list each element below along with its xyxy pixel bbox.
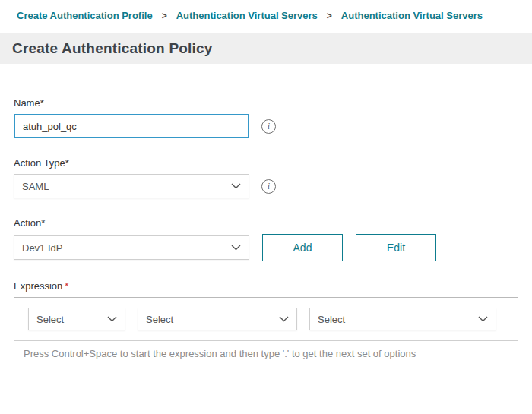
action-type-label: Action Type* xyxy=(14,157,532,169)
page-title: Create Authentication Policy xyxy=(12,40,213,57)
action-field: Action* Dev1 IdP Add Edit xyxy=(14,217,532,261)
name-field: Name* i xyxy=(14,97,532,138)
breadcrumb-separator: > xyxy=(162,11,167,21)
chevron-down-icon xyxy=(478,316,488,322)
info-icon[interactable]: i xyxy=(261,179,276,194)
chevron-down-icon xyxy=(231,183,241,189)
expression-select-row: Select Select Select xyxy=(14,298,518,340)
action-type-selected-value: SAML xyxy=(22,181,49,192)
expression-select-2-value: Select xyxy=(146,314,173,325)
breadcrumb: Create Authentication Profile > Authenti… xyxy=(0,0,532,21)
breadcrumb-link-authentication-virtual-server[interactable]: Authentication Virtual Servers xyxy=(341,10,483,21)
action-type-required-mark: * xyxy=(65,157,69,169)
action-type-select[interactable]: SAML xyxy=(14,174,249,198)
info-icon[interactable]: i xyxy=(261,119,276,134)
expression-label-text: Expression xyxy=(14,280,62,292)
action-select[interactable]: Dev1 IdP xyxy=(14,235,249,260)
create-authentication-policy-form: Name* i Action Type* SAML i Action* Dev1… xyxy=(0,64,532,400)
expression-editor: Select Select Select xyxy=(14,297,518,400)
breadcrumb-link-authentication-virtual-servers[interactable]: Authentication Virtual Servers xyxy=(176,10,318,21)
add-button[interactable]: Add xyxy=(262,234,343,261)
breadcrumb-link-create-authentication-profile[interactable]: Create Authentication Profile xyxy=(17,10,153,21)
expression-field: Expression* Select Select Select xyxy=(14,280,532,400)
action-required-mark: * xyxy=(41,217,45,229)
name-label: Name* xyxy=(14,97,532,109)
expression-select-3-value: Select xyxy=(318,314,345,325)
name-required-mark: * xyxy=(40,97,44,109)
name-label-text: Name xyxy=(14,97,40,109)
chevron-down-icon xyxy=(107,316,117,322)
expression-required-mark: * xyxy=(65,280,68,292)
expression-placeholder: Press Control+Space to start the express… xyxy=(24,348,416,359)
page-header: Create Authentication Policy xyxy=(0,33,532,64)
action-type-field: Action Type* SAML i xyxy=(14,157,532,198)
breadcrumb-separator: > xyxy=(327,11,332,21)
expression-select-1[interactable]: Select xyxy=(28,308,125,330)
action-label: Action* xyxy=(14,217,532,229)
name-input[interactable] xyxy=(14,114,249,138)
expression-select-1-value: Select xyxy=(36,314,64,325)
chevron-down-icon xyxy=(279,316,289,322)
expression-input[interactable]: Press Control+Space to start the express… xyxy=(14,340,518,400)
expression-select-3[interactable]: Select xyxy=(309,308,496,330)
expression-label: Expression* xyxy=(14,280,532,292)
action-selected-value: Dev1 IdP xyxy=(22,242,62,254)
action-type-label-text: Action Type xyxy=(14,157,65,169)
chevron-down-icon xyxy=(231,245,241,251)
action-label-text: Action xyxy=(14,217,41,229)
expression-select-2[interactable]: Select xyxy=(138,308,297,330)
edit-button[interactable]: Edit xyxy=(356,234,436,261)
